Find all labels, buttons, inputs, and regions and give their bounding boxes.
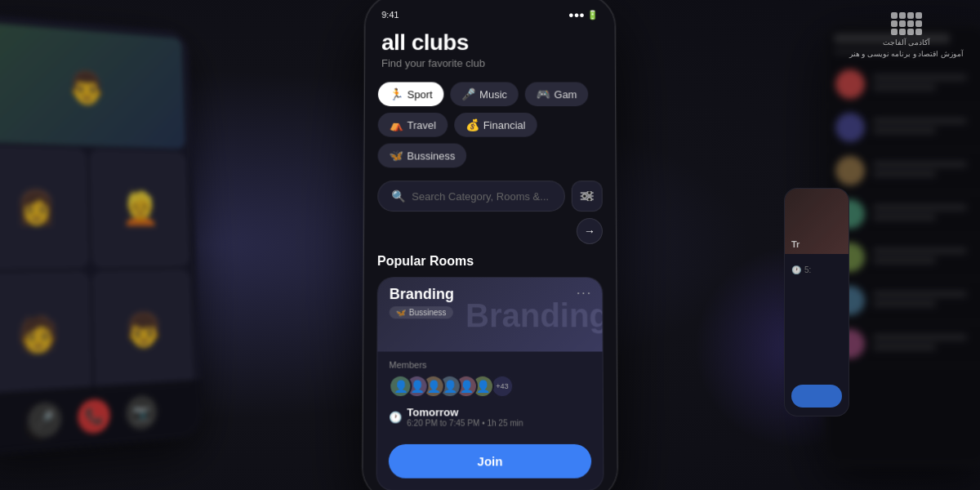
svg-point-3 [587,191,591,194]
financial-emoji: 💰 [466,118,479,131]
room-category-emoji: 🦋 [396,308,406,317]
room-card-body: Members 👤 👤 👤 👤 👤 👤 +43 🕐 Tomorrow 6:20 … [377,352,603,436]
right-panel-row-2 [826,106,980,149]
games-emoji: 🎮 [537,87,550,100]
camera-btn: 📷 [126,394,158,430]
business-emoji: 🦋 [389,149,403,163]
filter-button[interactable] [572,180,603,212]
room-card: Branding 🦋 Bussiness ··· Members 👤 👤 👤 👤… [376,277,604,490]
rp-avatar-1 [835,69,865,99]
partial-meta: 🕐 5: [791,265,842,274]
rp-avatar-2 [835,113,865,142]
avatar-1: 👤 [389,375,412,398]
right-panel-row-1 [826,63,980,106]
pill-music[interactable]: 🎤 Music [450,82,518,107]
video-cell-3: 👱 [90,149,189,268]
center-phone: 9:41 ●●● 🔋 all clubs Find your favorite … [362,0,617,490]
games-label: Gam [555,88,577,100]
search-icon: 🔍 [391,189,405,203]
video-cell-4: 🧑 [0,271,92,401]
join-button[interactable]: Join [389,444,591,479]
time-main: Tomorrow [407,406,523,418]
logo-grid [891,12,922,35]
business-label: Bussiness [407,149,455,162]
room-category: 🦋 Bussiness [390,306,453,318]
partial-right-card: Tr 🕐 5: [784,188,849,416]
video-cell-2: 👩 [0,145,89,270]
phone-screen: 9:41 ●●● 🔋 all clubs Find your favorite … [363,0,617,490]
time-detail: 6:20 PM to 7:45 PM • 1h 25 min [407,418,523,427]
status-bar: 9:41 ●●● 🔋 [365,3,614,23]
travel-emoji: ⛺ [390,118,403,131]
logo-watermark: آکادمی آلفاجت آموزش اقتصاد و برنامه نویس… [849,12,964,58]
logo-subtext: آموزش اقتصاد و برنامه نویسی و هنر [849,50,964,58]
partial-clock-icon: 🕐 [791,265,801,274]
room-category-label: Bussiness [409,308,447,317]
partial-blue-bar [791,385,842,408]
partial-card-title: Tr [791,239,800,249]
video-cell-1: 👨 [0,22,185,149]
clock-icon: 🕐 [389,411,402,423]
arrow-button[interactable]: → [577,218,603,244]
sport-label: Sport [408,88,433,100]
pill-travel[interactable]: ⛺ Travel [378,113,448,137]
pill-games[interactable]: 🎮 Gam [525,82,589,107]
music-label: Music [479,88,507,100]
rp-avatar-3 [835,156,865,185]
end-call-btn: 📞 [78,398,110,434]
time-row: 🕐 Tomorrow 6:20 PM to 7:45 PM • 1h 25 mi… [389,406,591,427]
popular-rooms-title: Popular Rooms [364,251,616,277]
pill-sport[interactable]: 🏃 Sport [378,82,444,107]
music-emoji: 🎤 [461,87,475,100]
time-info: Tomorrow 6:20 PM to 7:45 PM • 1h 25 min [407,406,523,427]
travel-label: Travel [407,118,436,131]
room-card-header: Branding 🦋 Bussiness ··· [377,278,602,351]
right-panel-row-3 [826,149,980,193]
search-bar[interactable]: 🔍 Search Category, Rooms &... [377,180,565,212]
page-subtitle: Find your favorite club [381,57,599,69]
more-button[interactable]: ··· [577,286,592,301]
left-phone: 👨 👩 👱 🧑 👦 👧 🎤 📞 📷 [0,13,203,457]
arrow-row: → [364,218,616,251]
page-title: all clubs [381,30,599,56]
financial-label: Financial [483,118,526,131]
partial-card-body: 🕐 5: [785,254,849,281]
pill-business[interactable]: 🦋 Bussiness [377,144,466,168]
filter-icon [581,191,594,201]
room-name: Branding [390,286,454,303]
categories-row: 🏃 Sport 🎤 Music 🎮 Gam ⛺ Travel 💰 Financi… [364,73,615,172]
video-cell-5: 👦 [92,270,194,394]
status-time: 9:41 [381,10,399,20]
search-container: 🔍 Search Category, Rooms &... [377,180,603,212]
partial-card-header: Tr [785,189,849,254]
logo-text: آکادمی آلفاجت [883,38,931,47]
avatar-count: +43 [491,375,514,398]
partial-time: 5: [804,265,811,274]
svg-point-4 [582,194,586,198]
search-placeholder: Search Category, Rooms &... [412,190,549,203]
room-card-info: Branding 🦋 Bussiness [390,286,454,318]
member-avatars: 👤 👤 👤 👤 👤 👤 +43 [389,375,591,398]
status-indicators: ●●● 🔋 [568,10,599,20]
members-label: Members [389,360,590,370]
mute-btn: 🎤 [28,402,62,439]
sport-emoji: 🏃 [390,87,403,100]
svg-point-5 [587,198,591,201]
pill-financial[interactable]: 💰 Financial [454,113,537,137]
screen-header: all clubs Find your favorite club [365,24,615,73]
